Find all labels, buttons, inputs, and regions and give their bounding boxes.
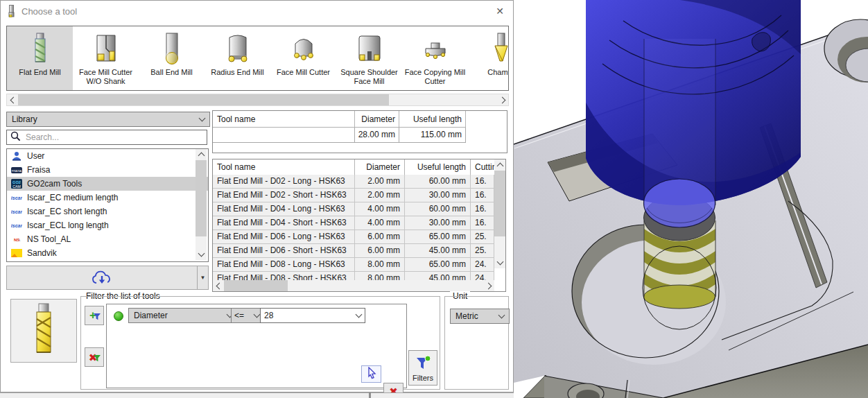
funnel-icon (94, 313, 101, 322)
table-row[interactable]: Flat End Mill - D06 - Short - HSK636.00 … (213, 244, 494, 258)
svg-text:iscar: iscar (11, 223, 22, 228)
filter-operator-value: <= (234, 311, 244, 320)
filter-field-dropdown[interactable]: Diameter (128, 308, 238, 323)
scroll-left-arrow[interactable] (213, 280, 224, 291)
chamfer-mill-icon (486, 26, 510, 67)
column-header[interactable]: Diameter (355, 159, 405, 175)
choose-tool-dialog: Choose a tool ✕ Flat End Mill Face Mill … (0, 0, 514, 392)
library-item-fraisa[interactable]: FRAISA Fraisa (7, 163, 208, 177)
flat-end-mill-icon (25, 26, 55, 67)
tool-type-face-mill-wo-shank[interactable]: Face Mill Cutter W/O Shank (73, 26, 139, 90)
endmill-app-icon (7, 5, 16, 20)
add-filter-button[interactable]: + (85, 306, 104, 325)
unit-dropdown[interactable]: Metric (450, 309, 510, 324)
filters-funnel-icon (415, 356, 431, 372)
table-row[interactable]: Flat End Mill - D02 - Short - HSK632.00 … (213, 189, 494, 202)
filter-operator-dropdown[interactable]: <= (231, 308, 263, 323)
table-row[interactable]: Flat End Mill - D02 - Long - HSK632.00 m… (213, 175, 494, 189)
library-dropdown[interactable]: Library (6, 112, 210, 127)
filters-button[interactable]: Filters (408, 350, 437, 386)
table-cell: Flat End Mill - D02 - Short - HSK63 (213, 189, 355, 202)
library-item-label: User (27, 151, 44, 161)
scroll-down-arrow[interactable] (196, 249, 207, 260)
column-header[interactable]: Useful length (405, 159, 471, 175)
remove-filter-button[interactable]: ✖ (85, 347, 104, 367)
column-header[interactable]: Useful length (399, 111, 466, 128)
download-dropdown-arrow[interactable]: ▼ (197, 266, 208, 289)
table-row[interactable]: Flat End Mill - D06 - Long - HSK636.00 m… (213, 230, 494, 244)
dialog-titlebar[interactable]: Choose a tool ✕ (1, 1, 513, 21)
search-input[interactable] (24, 132, 203, 143)
scroll-up-arrow[interactable] (494, 159, 505, 171)
pick-value-button[interactable] (361, 365, 381, 383)
search-box[interactable] (6, 130, 207, 145)
tool-type-ball-end-mill[interactable]: Ball End Mill (139, 26, 205, 90)
tool-type-chamfer[interactable]: Chamfe (468, 26, 509, 90)
tool-type-label: Face Copying Mill Cutter (403, 68, 467, 86)
table-cell: Flat End Mill - D02 - Long - HSK63 (213, 175, 355, 189)
library-item-iscar-ec-short[interactable]: iscar Iscar_EC short length (7, 205, 208, 218)
tools-table-vscrollbar[interactable] (494, 159, 505, 268)
selected-tool-diameter: 28.00 mm (355, 128, 399, 143)
table-row[interactable]: Flat End Mill - D08 - Long - HSK638.00 m… (213, 258, 494, 272)
table-cell: 16. (471, 216, 494, 230)
iscar-logo: iscar (10, 193, 22, 202)
tool-type-face-mill-cutter[interactable]: Face Mill Cutter (270, 26, 336, 90)
user-icon (10, 151, 22, 161)
iscar-logo: iscar (10, 207, 22, 216)
library-item-iscar-ec-medium[interactable]: iscar Iscar_EC medium length (7, 191, 208, 205)
table-row[interactable]: Flat End Mill - D04 - Long - HSK634.00 m… (213, 202, 494, 216)
tool-type-radius-end-mill[interactable]: Radius End Mill (205, 26, 270, 90)
table-row[interactable]: Flat End Mill - D08 - Short - HSK638.00 … (213, 272, 494, 280)
search-icon (10, 131, 21, 144)
filter-field-value: Diameter (134, 311, 168, 320)
filter-value-combobox[interactable]: 28 (260, 308, 365, 323)
table-cell: 60.00 mm (405, 175, 471, 189)
table-cell: 2.00 mm (355, 175, 405, 189)
table-cell: 8.00 mm (355, 272, 405, 280)
tool-type-flat-end-mill[interactable]: Flat End Mill (7, 26, 73, 90)
scroll-right-arrow[interactable] (497, 94, 508, 105)
table-cell: 45.00 mm (405, 272, 471, 280)
scroll-left-arrow[interactable] (7, 94, 18, 105)
table-row[interactable]: Flat End Mill - D04 - Short - HSK634.00 … (213, 216, 494, 230)
library-item-go2cam-tools[interactable]: GO2CAM GO2cam Tools (7, 177, 208, 191)
iscar-logo: iscar (10, 220, 22, 230)
column-header[interactable]: Diameter (355, 111, 399, 128)
scroll-up-arrow[interactable] (196, 149, 207, 160)
table-cell: 25. (471, 244, 494, 258)
table-cell: 45.00 mm (405, 244, 471, 258)
scrollbar-thumb[interactable] (196, 160, 207, 236)
library-list-scrollbar[interactable] (196, 149, 207, 260)
table-cell: 24. (471, 258, 494, 272)
library-item-ns-tool-al[interactable]: NSTL NS Tool_AL (7, 232, 208, 246)
close-button[interactable]: ✕ (489, 2, 510, 20)
library-item-sandvik[interactable]: Sandvik (7, 246, 208, 260)
tool-type-square-shoulder-face-mill[interactable]: Square Shoulder Face Mill (336, 26, 402, 90)
library-item-iscar-ecl-long[interactable]: iscar Iscar_ECL long length (7, 218, 208, 232)
download-library-button[interactable]: ▼ (6, 266, 209, 290)
scroll-right-arrow[interactable] (483, 280, 494, 291)
tool-strip-scrollbar[interactable] (6, 94, 509, 106)
library-item-user[interactable]: User (7, 149, 208, 163)
tool-type-strip: Flat End Mill Face Mill Cutter W/O Shank… (6, 26, 509, 91)
cad-3d-viewport[interactable] (514, 0, 868, 398)
tool-type-face-copying-mill-cutter[interactable]: Face Copying Mill Cutter (402, 26, 468, 90)
dialog-title: Choose a tool (21, 6, 77, 17)
table-cell: 2.00 mm (355, 189, 405, 202)
scrollbar-thumb[interactable] (224, 280, 288, 291)
radius-end-mill-icon (223, 26, 253, 67)
screen: Choose a tool ✕ Flat End Mill Face Mill … (0, 0, 868, 398)
library-item-label: Iscar_EC short length (27, 207, 107, 216)
funnel-icon (94, 354, 101, 364)
library-item-label: NS Tool_AL (27, 234, 71, 244)
scroll-down-arrow[interactable] (494, 257, 505, 268)
column-header[interactable]: Tool name (213, 159, 355, 175)
tools-table-hscrollbar[interactable] (213, 280, 494, 291)
scrollbar-thumb[interactable] (18, 94, 389, 105)
svg-text:FRAISA: FRAISA (11, 168, 21, 172)
selected-tool-useful-length: 115.00 mm (399, 128, 466, 143)
column-header[interactable]: Tool name (213, 111, 355, 128)
filter-enabled-indicator[interactable] (114, 311, 123, 321)
scrollbar-thumb[interactable] (494, 171, 505, 236)
